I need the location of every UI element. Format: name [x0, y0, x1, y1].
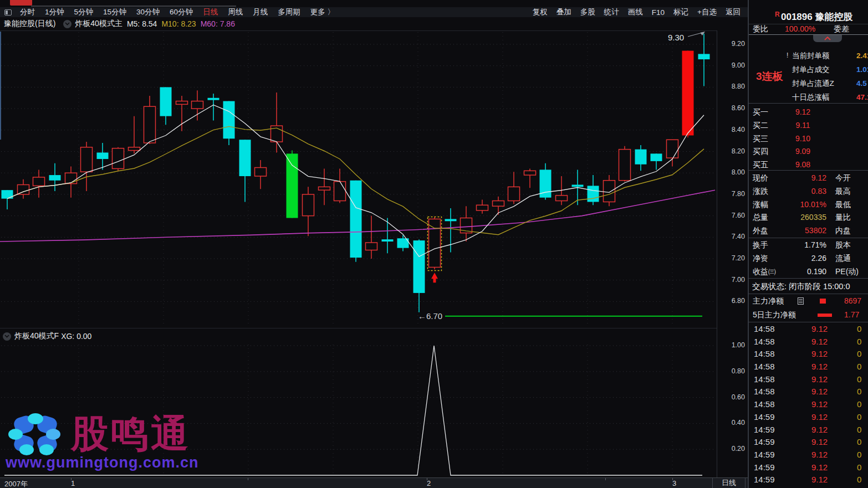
trade-time: 14:58 — [754, 361, 775, 373]
quote-row: 涨跌0.83最高 — [749, 184, 868, 198]
collapse-button[interactable] — [813, 35, 842, 42]
weibi-label: 委比 — [753, 24, 768, 34]
time-axis: 2007年 日线 123 — [0, 477, 748, 488]
trade-time: 14:58 — [754, 336, 775, 348]
price-axis-label: 7.40 — [718, 233, 745, 240]
price-axis-label: 8.60 — [718, 104, 745, 112]
trade-volume: 0 — [857, 386, 868, 398]
divider — [748, 238, 868, 238]
price-axis-label: 9.00 — [718, 61, 745, 69]
trade-row: 14:589.120 — [749, 373, 868, 386]
indicator-axis-label: 0.40 — [718, 419, 745, 427]
trade-price: 9.12 — [804, 411, 835, 424]
quote-row: 外盘53802内盘 — [749, 224, 868, 237]
trade-row: 14:589.120 — [749, 398, 868, 411]
price-axis-label: 6.80 — [718, 297, 745, 305]
axis-tick-label: 1 — [71, 479, 75, 487]
axis-tick-label: 3 — [672, 479, 676, 487]
quote-label: 总量 — [753, 210, 768, 224]
board-value: 1.01 — [856, 63, 868, 76]
quote-label: 换手 — [753, 238, 768, 251]
trade-price: 9.12 — [804, 323, 835, 336]
trade-row: 14:589.120 — [749, 336, 868, 348]
trade-time: 14:58 — [754, 398, 775, 411]
trade-volume: 0 — [857, 449, 868, 461]
axis-tickmark — [605, 478, 606, 480]
svg-text:9.30: 9.30 — [668, 33, 684, 42]
buy-price: 9.08 — [779, 158, 826, 171]
flow5-value: 1.77 — [844, 308, 859, 322]
trade-row: 14:589.120 — [749, 386, 868, 398]
weicha-label: 委差 — [834, 24, 849, 34]
trading-terminal: 分时1分钟5分钟15分钟30分钟60分钟日线周线月线多周期更多 〉 复权叠加多股… — [0, 0, 868, 488]
buy-label: 买四 — [753, 145, 768, 158]
tick-trade-list[interactable]: 14:589.12014:589.12014:589.12014:589.120… — [749, 323, 868, 488]
buy-price: 9.12 — [779, 105, 826, 119]
price-axis-label: 7.80 — [718, 190, 745, 198]
buy-level-row: 买四9.09 — [749, 145, 868, 158]
quote-label: 净资 — [753, 251, 768, 265]
trade-price: 9.12 — [804, 461, 835, 474]
main-flow-row[interactable]: 主力净额 8697 — [749, 294, 868, 308]
trade-row: 14:599.120 — [749, 436, 868, 449]
board-value: 47.1 — [856, 90, 868, 104]
flow5-row[interactable]: 5日主力净额 1.77 — [749, 308, 868, 322]
candlestick-chart[interactable]: ←6.709.30 — [0, 0, 717, 477]
sub-indicator-header: 炸板40模式F XG: 0.00 — [0, 330, 717, 342]
trade-row: 14:599.120 — [749, 411, 868, 424]
trade-row: 14:599.120 — [749, 461, 868, 474]
trade-time: 14:59 — [754, 424, 775, 436]
divider — [748, 322, 868, 322]
axis-year-label: 2007年 — [4, 479, 28, 488]
quote-row: 涨幅10.01%最低 — [749, 198, 868, 211]
quote-label: 外盘 — [753, 224, 768, 237]
quote-panel: R 001896 豫能控股 委比 100.00% 委差 3连板 !当前封单额2.… — [748, 0, 868, 488]
quote-label: 现价 — [753, 171, 768, 184]
trade-volume: 0 — [857, 461, 868, 474]
trade-volume: 0 — [857, 424, 868, 436]
detail-list-icon[interactable] — [798, 297, 804, 305]
axis-tickmark — [672, 478, 673, 480]
trade-volume: 0 — [857, 361, 868, 373]
quote-label2: 流通 — [835, 251, 851, 265]
quote-label2: 量比 — [835, 210, 851, 224]
trade-price: 9.12 — [804, 436, 835, 449]
quote-label2: 内盘 — [835, 224, 851, 237]
quote-row: 现价9.12今开 — [749, 171, 868, 184]
trade-price: 9.12 — [804, 424, 835, 436]
quote-label2: 今开 — [835, 171, 851, 184]
quote-value: 1.71% — [771, 238, 826, 251]
buy-level-row: 买二9.11 — [749, 119, 868, 132]
stock-code-name: 001896 豫能控股 — [781, 11, 852, 23]
trade-time: 14:58 — [754, 373, 775, 386]
board-info: !当前封单额2.41封单占成交1.01封单占流通Z4.5十日总涨幅47.1 — [792, 49, 868, 104]
quote-label2: 最低 — [835, 198, 851, 211]
quote-value: 10.01% — [771, 198, 826, 211]
weibi-row: 委比 100.00% 委差 — [749, 24, 868, 34]
trade-price: 9.12 — [804, 373, 835, 386]
trade-time: 14:59 — [754, 449, 775, 461]
trade-volume: 0 — [857, 348, 868, 361]
trade-price: 9.12 — [804, 348, 835, 361]
indicator-axis-label: 0.20 — [718, 445, 745, 453]
price-axis-label: 7.20 — [718, 254, 745, 262]
chevron-down-icon[interactable] — [3, 332, 11, 341]
quote-row: 总量260335量比 — [749, 210, 868, 224]
stock-title[interactable]: R 001896 豫能控股 — [749, 7, 868, 24]
divider — [748, 294, 868, 294]
flow-bar-icon — [820, 299, 826, 304]
sub-indicator-label[interactable]: 炸板40模式F — [14, 331, 59, 341]
trade-price: 9.12 — [804, 449, 835, 461]
divider — [748, 170, 868, 171]
quote-value: 0.83 — [771, 184, 826, 198]
indicator-axis-label: 0.80 — [718, 367, 745, 375]
tool-返回[interactable]: 返回 — [726, 7, 741, 17]
flow5-label: 5日主力净额 — [753, 308, 796, 322]
trade-price: 9.12 — [804, 474, 835, 486]
quote-value: 53802 — [771, 224, 826, 237]
board-value: 2.41 — [856, 49, 868, 63]
axis-period-label[interactable]: 日线 — [712, 478, 746, 488]
sub-indicator-value: XG: 0.00 — [61, 332, 91, 341]
buy-price: 9.09 — [779, 145, 826, 158]
trade-time: 14:58 — [754, 348, 775, 361]
